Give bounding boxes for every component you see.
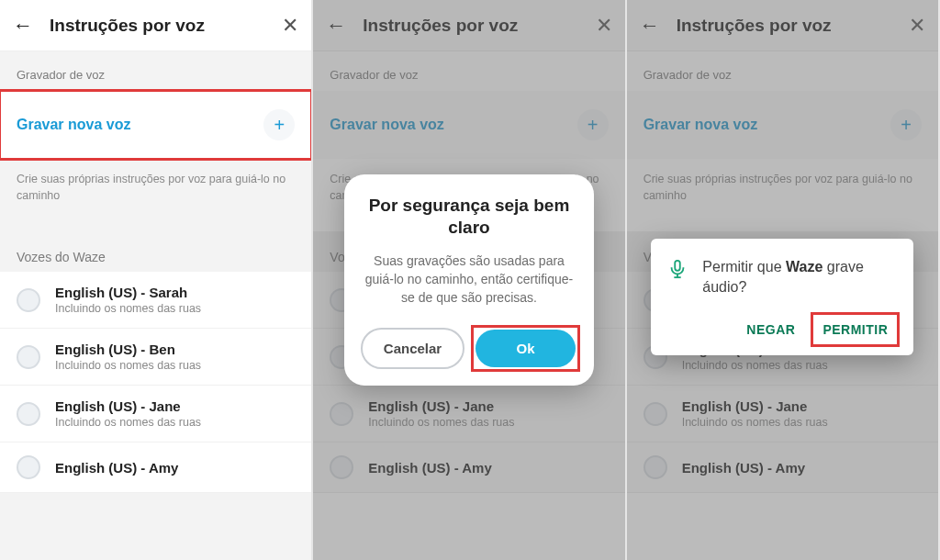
dialog-title: Por segurança seja bem claro xyxy=(361,195,577,239)
voice-row[interactable]: English (US) - Ben Incluindo os nomes da… xyxy=(0,329,311,386)
permission-text: Permitir que Waze grave áudio? xyxy=(702,257,897,298)
voice-sub: Incluindo os nomes das ruas xyxy=(55,359,201,372)
recorder-section-label: Gravador de voz xyxy=(0,51,311,91)
panel-step2: ← Instruções por voz ✕ Gravador de voz G… xyxy=(313,0,626,560)
allow-button[interactable]: PERMITIR xyxy=(813,315,897,344)
voice-name: English (US) - Jane xyxy=(55,398,201,414)
permission-content: Permitir que Waze grave áudio? xyxy=(667,257,897,298)
allow-button-highlight: PERMITIR xyxy=(813,315,897,344)
panel-step3: ← Instruções por voz ✕ Gravador de voz G… xyxy=(627,0,940,560)
deny-button[interactable]: NEGAR xyxy=(737,315,804,344)
modal-overlay: Por segurança seja bem claro Suas gravaç… xyxy=(313,0,624,560)
voice-sub: Incluindo os nomes das ruas xyxy=(55,416,201,429)
microphone-icon xyxy=(667,259,688,279)
modal-overlay: Permitir que Waze grave áudio? NEGAR PER… xyxy=(627,0,938,560)
record-new-voice-row[interactable]: Gravar nova voz + xyxy=(0,91,311,159)
back-arrow-icon[interactable]: ← xyxy=(13,16,33,36)
radio-icon[interactable] xyxy=(17,288,40,312)
plus-icon[interactable]: + xyxy=(263,109,295,140)
dialog-body: Suas gravações são usadas para guiá-lo n… xyxy=(361,252,577,308)
dialog-buttons: Cancelar Ok xyxy=(361,328,577,369)
radio-icon[interactable] xyxy=(17,345,40,369)
voice-sub: Incluindo os nomes das ruas xyxy=(55,302,201,315)
permission-dialog: Permitir que Waze grave áudio? NEGAR PER… xyxy=(651,239,913,355)
permission-buttons: NEGAR PERMITIR xyxy=(667,315,897,344)
cancel-button[interactable]: Cancelar xyxy=(361,328,464,369)
ok-button-highlight: Ok xyxy=(474,328,577,369)
voice-row[interactable]: English (US) - Amy xyxy=(0,442,311,493)
voice-row[interactable]: English (US) - Sarah Incluindo os nomes … xyxy=(0,272,311,329)
ok-button[interactable]: Ok xyxy=(476,330,576,367)
voice-name: English (US) - Sarah xyxy=(55,285,201,300)
voice-row[interactable]: English (US) - Jane Incluindo os nomes d… xyxy=(0,386,311,442)
recorder-helper-text: Crie suas próprias instruções por voz pa… xyxy=(0,159,311,231)
page-title: Instruções por voz xyxy=(50,16,282,36)
header: ← Instruções por voz ✕ xyxy=(0,0,311,51)
record-new-voice-label: Gravar nova voz xyxy=(17,117,131,133)
close-icon[interactable]: ✕ xyxy=(282,16,298,36)
voice-name: English (US) - Amy xyxy=(55,460,178,476)
radio-icon[interactable] xyxy=(17,402,40,426)
svg-rect-0 xyxy=(676,261,681,271)
waze-voices-section-label: Vozes do Waze xyxy=(0,231,311,272)
safety-dialog: Por segurança seja bem claro Suas gravaç… xyxy=(344,174,594,385)
radio-icon[interactable] xyxy=(17,455,40,479)
voice-name: English (US) - Ben xyxy=(55,342,201,357)
panel-step1: ← Instruções por voz ✕ Gravador de voz G… xyxy=(0,0,313,560)
